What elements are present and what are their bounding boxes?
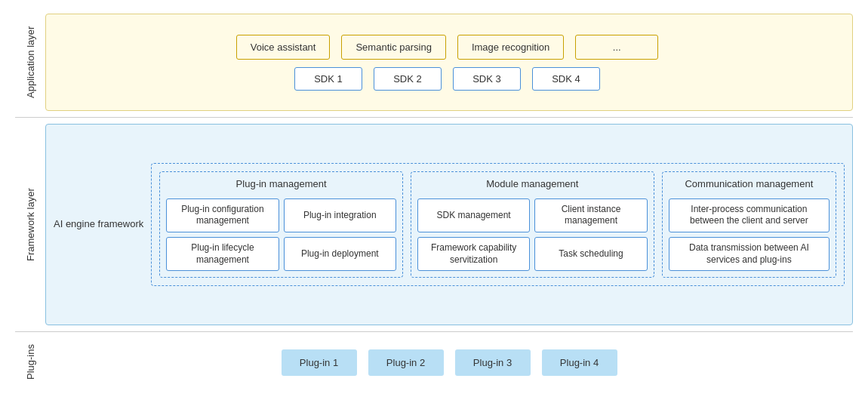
sdk-box-3: SDK 3 bbox=[453, 67, 521, 91]
plugin-box-2: Plug-in 2 bbox=[368, 349, 444, 376]
framework-layer-row: Framework layer AI engine framework Plug… bbox=[15, 118, 853, 331]
module-management-grid: SDK management Client instance managemen… bbox=[417, 198, 648, 271]
framework-layer-container: AI engine framework Plug-in management P… bbox=[45, 124, 853, 325]
module-management-title: Module management bbox=[417, 178, 648, 192]
plugin-management-grid: Plug-in configuration management Plug-in… bbox=[166, 198, 396, 271]
app-box-semantic: Semantic parsing bbox=[341, 35, 445, 60]
comm-cells: Inter-process communication between the … bbox=[669, 198, 830, 271]
fw-comm-cell-ipc: Inter-process communication between the … bbox=[669, 198, 830, 232]
fw-cell-sdk-mgmt: SDK management bbox=[417, 198, 530, 232]
app-box-image: Image recognition bbox=[457, 35, 564, 60]
comm-management-section: Communication management Inter-process c… bbox=[662, 171, 836, 278]
fw-cell-plugin-integration: Plug-in integration bbox=[284, 198, 396, 232]
fw-cell-client-instance: Client instance management bbox=[534, 198, 647, 232]
app-layer-inner: Voice assistant Semantic parsing Image r… bbox=[54, 35, 841, 91]
fw-cell-plugin-lifecycle: Plug-in lifecycle management bbox=[166, 237, 279, 271]
app-boxes-row: Voice assistant Semantic parsing Image r… bbox=[54, 35, 841, 60]
sdk-boxes-row: SDK 1 SDK 2 SDK 3 SDK 4 bbox=[54, 67, 841, 91]
module-management-section: Module management SDK management Client … bbox=[411, 171, 654, 278]
sdk-box-4: SDK 4 bbox=[532, 67, 600, 91]
fw-cell-plugin-config: Plug-in configuration management bbox=[166, 198, 279, 232]
application-layer-container: Voice assistant Semantic parsing Image r… bbox=[45, 14, 853, 111]
app-box-voice: Voice assistant bbox=[236, 35, 331, 60]
application-layer-content: Voice assistant Semantic parsing Image r… bbox=[45, 14, 853, 111]
ai-engine-label: AI engine framework bbox=[54, 217, 143, 231]
application-layer-row: Application layer Voice assistant Semant… bbox=[15, 8, 853, 117]
fw-inner: Plug-in management Plug-in configuration… bbox=[151, 163, 845, 286]
fw-comm-cell-data-trans: Data transmission between AI services an… bbox=[669, 237, 830, 271]
plugins-layer-label: Plug-ins bbox=[15, 338, 45, 386]
plugins-layer-row: Plug-ins Plug-in 1 Plug-in 2 Plug-in 3 P… bbox=[15, 332, 853, 392]
plugin-management-section: Plug-in management Plug-in configuration… bbox=[159, 171, 403, 278]
sdk-box-2: SDK 2 bbox=[374, 67, 442, 91]
plugin-box-3: Plug-in 3 bbox=[455, 349, 531, 376]
sdk-box-1: SDK 1 bbox=[294, 67, 362, 91]
plugins-layer-container: Plug-in 1 Plug-in 2 Plug-in 3 Plug-in 4 bbox=[45, 338, 853, 386]
framework-layer-content: AI engine framework Plug-in management P… bbox=[45, 124, 853, 325]
application-layer-label: Application layer bbox=[15, 14, 45, 111]
framework-layer-label: Framework layer bbox=[15, 124, 45, 325]
diagram: Application layer Voice assistant Semant… bbox=[0, 0, 868, 400]
app-box-more: ... bbox=[575, 35, 658, 60]
plugin-box-1: Plug-in 1 bbox=[282, 349, 357, 376]
plugin-boxes-row: Plug-in 1 Plug-in 2 Plug-in 3 Plug-in 4 bbox=[45, 349, 853, 376]
fw-cell-task-sched: Task scheduling bbox=[534, 237, 647, 271]
plugins-layer-content: Plug-in 1 Plug-in 2 Plug-in 3 Plug-in 4 bbox=[45, 338, 853, 386]
plugin-management-title: Plug-in management bbox=[166, 178, 396, 192]
fw-cell-plugin-deployment: Plug-in deployment bbox=[284, 237, 396, 271]
fw-cell-framework-cap: Framework capability servitization bbox=[417, 237, 530, 271]
comm-management-title: Communication management bbox=[669, 178, 830, 192]
plugin-box-4: Plug-in 4 bbox=[542, 349, 617, 376]
